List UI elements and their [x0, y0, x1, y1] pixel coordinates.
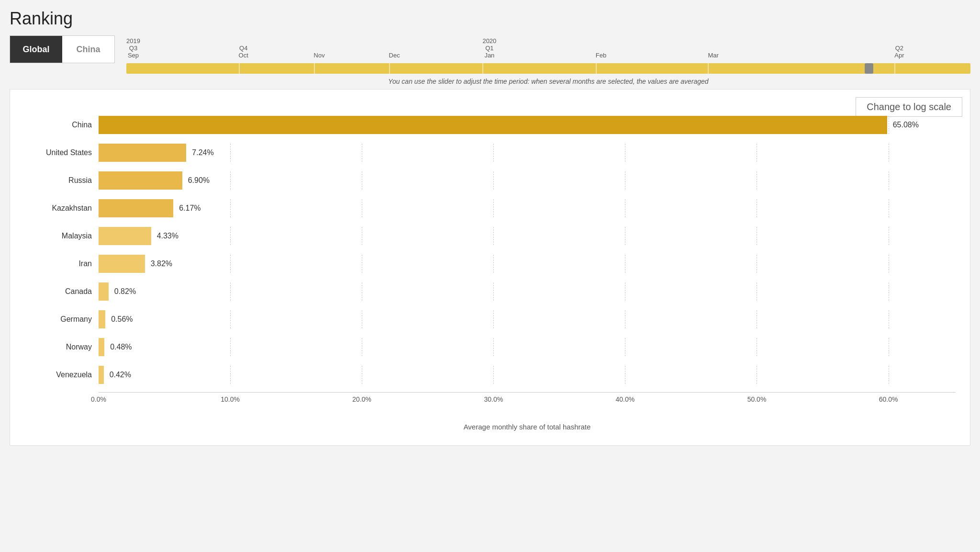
chart-row-9: Venezuela0.42% [24, 362, 956, 387]
bar-value-2: 6.90% [188, 176, 210, 185]
grid-line-4 [625, 199, 625, 217]
grid-line-1 [230, 282, 231, 301]
bar-2 [99, 171, 182, 190]
toggle-china[interactable]: China [62, 36, 114, 63]
grid-line-5 [757, 227, 757, 245]
bar-container-5: 3.82% [99, 255, 956, 273]
chart-row-1: United States7.24% [24, 140, 956, 165]
grid-line-2 [362, 144, 362, 162]
bar-value-4: 4.33% [157, 232, 178, 240]
bar-0 [99, 116, 887, 134]
grid-line-5 [757, 366, 757, 384]
bar-container-6: 0.82% [99, 282, 956, 301]
grid-line-6 [889, 366, 889, 384]
timeline-slider[interactable] [126, 63, 970, 74]
grid-line-2 [362, 338, 362, 356]
grid-line-1 [230, 338, 231, 356]
bar-label-2: Russia [24, 176, 99, 185]
x-tick-0: 0.0% [91, 395, 106, 403]
bar-3 [99, 199, 173, 217]
grid-line-3 [493, 338, 494, 356]
x-tick-6: 60.0% [879, 395, 898, 403]
chart-row-0: China65.08% [24, 113, 956, 137]
bar-container-1: 7.24% [99, 144, 956, 162]
grid-line-6 [889, 171, 889, 190]
grid-line-4 [625, 144, 625, 162]
grid-line-6 [889, 116, 889, 134]
bar-container-2: 6.90% [99, 171, 956, 190]
grid-line-2 [362, 310, 362, 328]
grid-line-1 [230, 310, 231, 328]
log-scale-button[interactable]: Change to log scale [856, 97, 962, 117]
grid-line-5 [757, 255, 757, 273]
grid-line-3 [493, 171, 494, 190]
grid-line-6 [889, 199, 889, 217]
grid-line-6 [889, 282, 889, 301]
bar-value-7: 0.56% [111, 315, 133, 324]
x-axis-label: Average monthly share of total hashrate [99, 423, 956, 431]
bar-value-3: 6.17% [179, 204, 200, 213]
bar-1 [99, 144, 186, 162]
grid-line-4 [625, 310, 625, 328]
grid-line-6 [889, 255, 889, 273]
page-title: Ranking [10, 9, 970, 29]
grid-line-1 [230, 366, 231, 384]
grid-line-1 [230, 199, 231, 217]
grid-line-4 [625, 366, 625, 384]
chart-area: China65.08%United States7.24%Russia6.90%… [24, 113, 956, 390]
x-tick-3: 30.0% [484, 395, 503, 403]
slider-divider-2 [314, 63, 315, 74]
bar-9 [99, 366, 104, 384]
x-axis: 0.0%10.0%20.0%30.0%40.0%50.0%60.0% [99, 392, 956, 409]
timeline-label-6: __Mar [708, 37, 718, 59]
timeline-labels: 2019Q3Sep_Q4Oct__Nov__Dec2020Q1Jan__Feb_… [126, 37, 970, 62]
slider-handle[interactable] [865, 63, 873, 74]
timeline-label-3: __Dec [389, 37, 400, 59]
chart-row-8: Norway0.48% [24, 335, 956, 360]
grid-line-4 [625, 171, 625, 190]
bar-label-9: Venezuela [24, 371, 99, 379]
slider-divider-3 [389, 63, 390, 74]
grid-line-5 [757, 282, 757, 301]
bar-value-5: 3.82% [151, 259, 172, 268]
bar-value-1: 7.24% [192, 148, 213, 157]
bar-label-1: United States [24, 148, 99, 157]
toggle-global[interactable]: Global [10, 36, 62, 63]
bar-label-7: Germany [24, 315, 99, 324]
grid-line-6 [889, 144, 889, 162]
grid-line-4 [625, 282, 625, 301]
grid-line-6 [889, 338, 889, 356]
slider-divider-5 [596, 63, 597, 74]
bar-4 [99, 227, 151, 245]
timeline-note: You can use the slider to adjust the tim… [126, 78, 970, 85]
grid-line-3 [493, 310, 494, 328]
grid-line-5 [757, 171, 757, 190]
grid-line-1 [230, 171, 231, 190]
grid-line-3 [493, 366, 494, 384]
timeline-label-2: __Nov [314, 37, 325, 59]
grid-line-5 [757, 144, 757, 162]
slider-divider-4 [482, 63, 483, 74]
grid-line-3 [493, 227, 494, 245]
bar-container-3: 6.17% [99, 199, 956, 217]
x-tick-5: 50.0% [747, 395, 767, 403]
x-tick-4: 40.0% [616, 395, 635, 403]
grid-line-3 [493, 144, 494, 162]
chart-row-7: Germany0.56% [24, 307, 956, 332]
bar-container-0: 65.08% [99, 116, 956, 134]
bar-value-0: 65.08% [893, 121, 919, 129]
grid-line-4 [625, 227, 625, 245]
grid-line-5 [757, 199, 757, 217]
slider-divider-6 [708, 63, 709, 74]
grid-line-2 [362, 366, 362, 384]
timeline-label-4: 2020Q1Jan [482, 37, 496, 59]
bar-label-4: Malaysia [24, 232, 99, 240]
chart-row-6: Canada0.82% [24, 279, 956, 304]
chart-row-5: Iran3.82% [24, 251, 956, 276]
grid-line-5 [757, 338, 757, 356]
grid-line-2 [362, 255, 362, 273]
timeline-label-5: __Feb [596, 37, 606, 59]
grid-line-6 [889, 227, 889, 245]
bar-8 [99, 338, 104, 356]
grid-line-2 [362, 199, 362, 217]
